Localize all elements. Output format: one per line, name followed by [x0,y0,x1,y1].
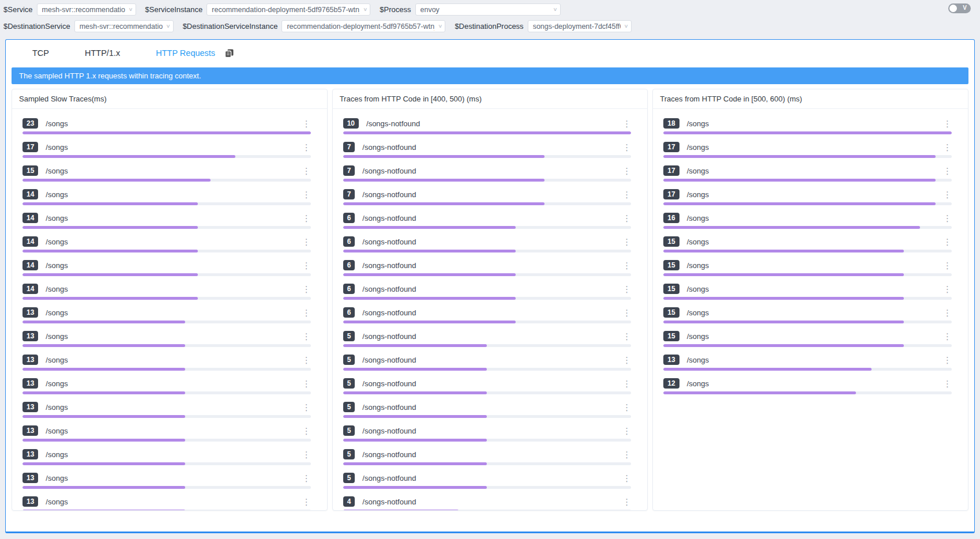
more-options-icon[interactable]: ⋮ [622,474,631,482]
trace-row[interactable]: 14/songs⋮ [22,189,311,205]
more-options-icon[interactable]: ⋮ [943,309,952,316]
more-options-icon[interactable]: ⋮ [302,238,311,246]
trace-row[interactable]: 7/songs-notfound⋮ [343,189,632,205]
trace-row[interactable]: 17/songs⋮ [663,189,952,205]
value-labels-toggle[interactable]: V [948,3,971,13]
copy-icon[interactable] [224,48,234,58]
process-select[interactable]: envoy∨ [415,3,561,16]
trace-row[interactable]: 18/songs⋮ [663,118,952,134]
trace-row[interactable]: 5/songs-notfound⋮ [343,330,632,347]
trace-row[interactable]: 10/songs-notfound⋮ [343,118,632,134]
trace-row[interactable]: 6/songs-notfound⋮ [343,307,632,323]
trace-row[interactable]: 16/songs⋮ [663,212,952,229]
more-options-icon[interactable]: ⋮ [622,167,631,175]
more-options-icon[interactable]: ⋮ [943,380,952,387]
more-options-icon[interactable]: ⋮ [302,167,311,175]
trace-row[interactable]: 5/songs-notfound⋮ [343,401,632,418]
trace-row[interactable]: 15/songs⋮ [663,259,952,276]
more-options-icon[interactable]: ⋮ [943,285,952,293]
more-options-icon[interactable]: ⋮ [302,451,311,458]
more-options-icon[interactable]: ⋮ [302,474,311,482]
more-options-icon[interactable]: ⋮ [622,285,631,293]
more-options-icon[interactable]: ⋮ [943,356,952,364]
trace-row[interactable]: 12/songs⋮ [663,378,952,394]
more-options-icon[interactable]: ⋮ [302,144,311,151]
more-options-icon[interactable]: ⋮ [302,191,311,198]
trace-row[interactable]: 13/songs⋮ [22,378,311,394]
tab-tcp[interactable]: TCP [32,48,49,58]
more-options-icon[interactable]: ⋮ [622,451,631,458]
more-options-icon[interactable]: ⋮ [622,120,631,127]
tab-http-1-x[interactable]: HTTP/1.x [85,48,120,58]
more-options-icon[interactable]: ⋮ [622,380,631,387]
more-options-icon[interactable]: ⋮ [302,380,311,387]
trace-row[interactable]: 13/songs⋮ [22,496,311,510]
service-select[interactable]: mesh-svr::recommendation∨ [37,3,136,16]
trace-row[interactable]: 5/songs-notfound⋮ [343,425,632,442]
trace-row[interactable]: 15/songs⋮ [663,330,952,347]
more-options-icon[interactable]: ⋮ [302,309,311,316]
more-options-icon[interactable]: ⋮ [943,120,952,127]
trace-row[interactable]: 6/songs-notfound⋮ [343,236,632,252]
trace-row[interactable]: 23/songs⋮ [22,118,311,134]
more-options-icon[interactable]: ⋮ [943,262,952,269]
more-options-icon[interactable]: ⋮ [622,262,631,269]
more-options-icon[interactable]: ⋮ [943,238,952,246]
trace-row[interactable]: 13/songs⋮ [22,330,311,347]
trace-row[interactable]: 5/songs-notfound⋮ [343,378,632,394]
more-options-icon[interactable]: ⋮ [302,333,311,340]
trace-row[interactable]: 5/songs-notfound⋮ [343,472,632,489]
trace-row[interactable]: 13/songs⋮ [22,401,311,418]
serviceinstance-select[interactable]: recommendation-deployment-5df9765b57-wtn… [206,3,370,16]
more-options-icon[interactable]: ⋮ [302,404,311,411]
more-options-icon[interactable]: ⋮ [943,333,952,340]
trace-row[interactable]: 17/songs⋮ [663,165,952,182]
trace-row[interactable]: 15/songs⋮ [663,236,952,252]
trace-row[interactable]: 13/songs⋮ [663,354,952,371]
more-options-icon[interactable]: ⋮ [302,498,311,506]
trace-row[interactable]: 13/songs⋮ [22,354,311,371]
tab-http-requests[interactable]: HTTP Requests [156,48,215,58]
more-options-icon[interactable]: ⋮ [302,356,311,364]
destinationservice-select[interactable]: mesh-svr::recommendation∨ [74,20,174,32]
trace-row[interactable]: 14/songs⋮ [22,283,311,300]
more-options-icon[interactable]: ⋮ [302,285,311,293]
more-options-icon[interactable]: ⋮ [943,144,952,151]
trace-row[interactable]: 7/songs-notfound⋮ [343,165,632,182]
more-options-icon[interactable]: ⋮ [622,238,631,246]
trace-row[interactable]: 17/songs⋮ [22,141,311,158]
more-options-icon[interactable]: ⋮ [943,167,952,175]
trace-row[interactable]: 6/songs-notfound⋮ [343,283,632,300]
trace-row[interactable]: 17/songs⋮ [663,141,952,158]
trace-row[interactable]: 6/songs-notfound⋮ [343,212,632,229]
more-options-icon[interactable]: ⋮ [302,120,311,127]
destinationserviceinstance-select[interactable]: recommendation-deployment-5df9765b57-wtn… [281,20,445,32]
more-options-icon[interactable]: ⋮ [302,427,311,435]
trace-row[interactable]: 13/songs⋮ [22,448,311,465]
trace-row[interactable]: 13/songs⋮ [22,472,311,489]
trace-row[interactable]: 13/songs⋮ [22,307,311,323]
more-options-icon[interactable]: ⋮ [302,214,311,222]
more-options-icon[interactable]: ⋮ [622,404,631,411]
trace-row[interactable]: 5/songs-notfound⋮ [343,448,632,465]
trace-row[interactable]: 4/songs-notfound⋮ [343,496,632,510]
more-options-icon[interactable]: ⋮ [622,427,631,435]
destinationprocess-select[interactable]: songs-deployment-7dcf45ff67-g∨ [528,20,632,32]
more-options-icon[interactable]: ⋮ [622,309,631,316]
trace-row[interactable]: 15/songs⋮ [22,165,311,182]
more-options-icon[interactable]: ⋮ [622,498,631,506]
more-options-icon[interactable]: ⋮ [622,333,631,340]
trace-row[interactable]: 7/songs-notfound⋮ [343,141,632,158]
more-options-icon[interactable]: ⋮ [622,144,631,151]
trace-row[interactable]: 15/songs⋮ [663,283,952,300]
more-options-icon[interactable]: ⋮ [622,214,631,222]
trace-row[interactable]: 15/songs⋮ [663,307,952,323]
more-options-icon[interactable]: ⋮ [943,214,952,222]
trace-row[interactable]: 14/songs⋮ [22,236,311,252]
trace-row[interactable]: 5/songs-notfound⋮ [343,354,632,371]
trace-row[interactable]: 6/songs-notfound⋮ [343,259,632,276]
trace-row[interactable]: 13/songs⋮ [22,425,311,442]
more-options-icon[interactable]: ⋮ [302,262,311,269]
trace-row[interactable]: 14/songs⋮ [22,259,311,276]
more-options-icon[interactable]: ⋮ [943,191,952,198]
